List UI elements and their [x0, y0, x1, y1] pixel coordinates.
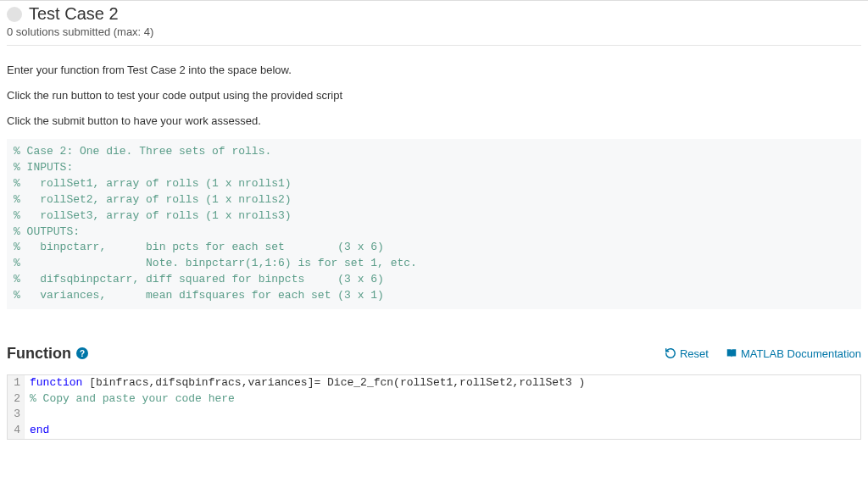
code-line[interactable]: % Copy and paste your code here — [25, 391, 860, 408]
line-number: 1 — [8, 375, 25, 391]
function-section-header: Function ? Reset MATLAB Docu — [7, 345, 861, 363]
docs-link[interactable]: MATLAB Documentation — [726, 347, 861, 360]
editor-line: 3 — [8, 407, 860, 423]
instructions: Enter your function from Test Case 2 int… — [7, 61, 861, 130]
line-number: 2 — [8, 391, 25, 408]
comment-text: % Copy and paste your code here — [30, 392, 235, 405]
instruction-line: Click the run button to test your code o… — [7, 86, 861, 105]
instruction-line: Enter your function from Test Case 2 int… — [7, 61, 861, 80]
function-label: Function — [7, 345, 71, 363]
reset-button[interactable]: Reset — [665, 347, 709, 360]
code-line[interactable]: function [binfracs,difsqbinfracs,varianc… — [25, 375, 860, 391]
divider — [7, 45, 861, 46]
section-header-left: Function ? — [7, 345, 88, 363]
code-text: [binfracs,difsqbinfracs,variances]= Dice… — [82, 376, 585, 389]
page-title: Test Case 2 — [29, 4, 119, 24]
code-line[interactable] — [25, 407, 860, 423]
keyword: end — [30, 424, 49, 436]
submission-count: 0 solutions submitted (max: 4) — [7, 24, 861, 45]
editor-line: 4 end — [8, 423, 860, 439]
editor-line: 1 function [binfracs,difsqbinfracs,varia… — [8, 375, 860, 391]
editor-line: 2 % Copy and paste your code here — [8, 391, 860, 408]
status-circle-icon — [7, 7, 22, 22]
docs-label: MATLAB Documentation — [741, 347, 861, 360]
help-icon[interactable]: ? — [76, 347, 88, 359]
book-icon — [726, 347, 737, 359]
page-root: Test Case 2 0 solutions submitted (max: … — [0, 0, 868, 440]
line-number: 3 — [8, 407, 25, 423]
instruction-line: Click the submit button to have your wor… — [7, 112, 861, 130]
code-line[interactable]: end — [25, 423, 860, 439]
line-number: 4 — [8, 423, 25, 439]
code-editor[interactable]: 1 function [binfracs,difsqbinfracs,varia… — [7, 374, 861, 440]
keyword: function — [30, 376, 82, 389]
reset-label: Reset — [680, 347, 709, 360]
problem-header: Test Case 2 — [7, 1, 861, 24]
spec-code-block: % Case 2: One die. Three sets of rolls. … — [7, 139, 861, 308]
reset-icon — [665, 347, 676, 359]
section-header-right: Reset MATLAB Documentation — [665, 347, 861, 360]
